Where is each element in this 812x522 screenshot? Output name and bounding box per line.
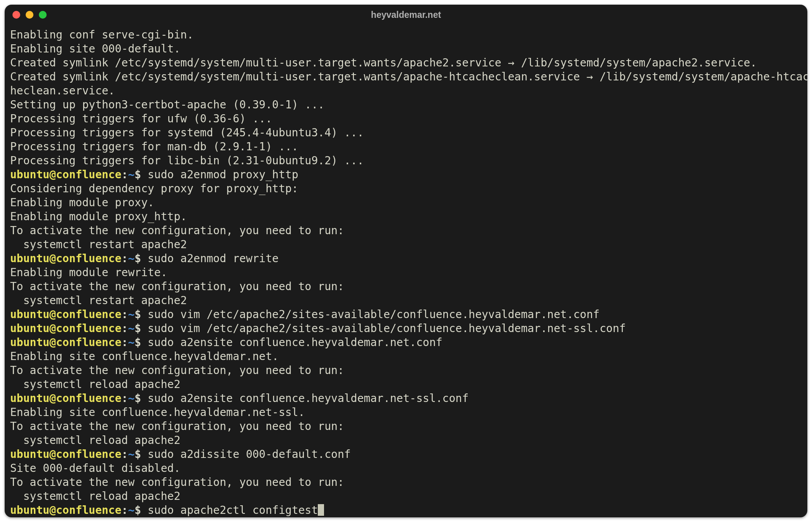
- prompt-path: ~: [128, 308, 134, 321]
- prompt-user-host: ubuntu@confluence: [10, 322, 122, 335]
- prompt-user-host: ubuntu@confluence: [10, 392, 122, 405]
- terminal-output-line: Setting up python3-certbot-apache (0.39.…: [10, 98, 802, 112]
- terminal-command-line: ubuntu@confluence:~$ sudo a2ensite confl…: [10, 336, 802, 350]
- prompt-separator: :: [122, 336, 128, 349]
- command-text: sudo a2ensite confluence.heyvaldemar.net…: [148, 336, 443, 349]
- window-title: heyvaldemar.net: [5, 10, 807, 20]
- prompt-separator: :: [122, 322, 128, 335]
- prompt-path: ~: [128, 252, 134, 265]
- prompt-user-host: ubuntu@confluence: [10, 168, 122, 181]
- prompt-user-host: ubuntu@confluence: [10, 336, 122, 349]
- terminal-output-line: systemctl reload apache2: [10, 378, 802, 392]
- terminal-output-line: To activate the new configuration, you n…: [10, 224, 802, 238]
- prompt-path: ~: [128, 448, 134, 461]
- terminal-output-line: systemctl reload apache2: [10, 489, 802, 503]
- terminal-output-line: To activate the new configuration, you n…: [10, 364, 802, 378]
- prompt-symbol: $: [134, 336, 148, 349]
- minimize-icon[interactable]: [26, 11, 33, 19]
- terminal-output-line: Created symlink /etc/systemd/system/mult…: [10, 70, 802, 84]
- prompt-symbol: $: [134, 252, 148, 265]
- prompt-path: ~: [128, 392, 134, 405]
- prompt-path: ~: [128, 336, 134, 349]
- terminal-output-line: Considering dependency proxy for proxy_h…: [10, 182, 802, 196]
- terminal-output-line: Processing triggers for man-db (2.9.1-1)…: [10, 140, 802, 154]
- prompt-path: ~: [128, 322, 134, 335]
- prompt-separator: :: [122, 308, 128, 321]
- terminal-command-line: ubuntu@confluence:~$ sudo a2ensite confl…: [10, 392, 802, 405]
- prompt-user-host: ubuntu@confluence: [10, 308, 122, 321]
- terminal-output-line: Enabling site confluence.heyvaldemar.net…: [10, 405, 802, 419]
- terminal-command-line: ubuntu@confluence:~$ sudo vim /etc/apach…: [10, 308, 802, 322]
- prompt-symbol: $: [134, 308, 148, 321]
- terminal-output-line: Processing triggers for ufw (0.36-6) ...: [10, 112, 802, 126]
- terminal-output-line: Enabling module proxy_http.: [10, 210, 802, 224]
- prompt-symbol: $: [134, 504, 148, 517]
- prompt-separator: :: [122, 252, 128, 265]
- terminal-output-line: Enabling conf serve-cgi-bin.: [10, 28, 802, 42]
- maximize-icon[interactable]: [39, 11, 47, 19]
- prompt-separator: :: [122, 504, 128, 517]
- terminal-command-line: ubuntu@confluence:~$ sudo apache2ctl con…: [10, 503, 802, 517]
- terminal-output-line: To activate the new configuration, you n…: [10, 280, 802, 294]
- prompt-user-host: ubuntu@confluence: [10, 504, 122, 517]
- terminal-output-line: To activate the new configuration, you n…: [10, 419, 802, 433]
- terminal-output-line: Enabling module rewrite.: [10, 266, 802, 280]
- traffic-lights: [12, 11, 47, 19]
- prompt-path: ~: [128, 168, 134, 181]
- terminal-command-line: ubuntu@confluence:~$ sudo a2enmod rewrit…: [10, 252, 802, 266]
- cursor-icon: [318, 504, 324, 516]
- prompt-path: ~: [128, 504, 134, 517]
- terminal-output-line: Enabling site confluence.heyvaldemar.net…: [10, 350, 802, 364]
- terminal-output-line: Site 000-default disabled.: [10, 461, 802, 475]
- command-text: sudo vim /etc/apache2/sites-available/co…: [148, 322, 626, 335]
- command-text: sudo vim /etc/apache2/sites-available/co…: [148, 308, 599, 321]
- terminal-output-line: Enabling module proxy.: [10, 196, 802, 210]
- terminal-output-line: heclean.service.: [10, 84, 802, 98]
- terminal-output-line: To activate the new configuration, you n…: [10, 475, 802, 489]
- title-bar: heyvaldemar.net: [5, 5, 807, 25]
- terminal-output-line: systemctl restart apache2: [10, 294, 802, 308]
- terminal-command-line: ubuntu@confluence:~$ sudo a2dissite 000-…: [10, 447, 802, 461]
- command-text: sudo apache2ctl configtest: [148, 504, 318, 517]
- prompt-symbol: $: [134, 322, 148, 335]
- command-text: sudo a2enmod proxy_http: [148, 168, 298, 181]
- terminal-command-line: ubuntu@confluence:~$ sudo a2enmod proxy_…: [10, 168, 802, 182]
- terminal-output-line: systemctl reload apache2: [10, 433, 802, 447]
- terminal-output-line: systemctl restart apache2: [10, 238, 802, 252]
- prompt-user-host: ubuntu@confluence: [10, 252, 122, 265]
- command-text: sudo a2enmod rewrite: [148, 252, 279, 265]
- prompt-separator: :: [122, 392, 128, 405]
- terminal-command-line: ubuntu@confluence:~$ sudo vim /etc/apach…: [10, 322, 802, 336]
- prompt-user-host: ubuntu@confluence: [10, 448, 122, 461]
- terminal-output[interactable]: Enabling conf serve-cgi-bin.Enabling sit…: [5, 25, 807, 517]
- prompt-symbol: $: [134, 448, 148, 461]
- terminal-output-line: Processing triggers for systemd (245.4-4…: [10, 126, 802, 140]
- prompt-symbol: $: [134, 168, 148, 181]
- terminal-output-line: Processing triggers for libc-bin (2.31-0…: [10, 154, 802, 168]
- prompt-separator: :: [122, 168, 128, 181]
- command-text: sudo a2ensite confluence.heyvaldemar.net…: [148, 392, 469, 405]
- terminal-output-line: Created symlink /etc/systemd/system/mult…: [10, 56, 802, 70]
- terminal-window: heyvaldemar.net Enabling conf serve-cgi-…: [5, 5, 807, 517]
- terminal-output-line: Enabling site 000-default.: [10, 42, 802, 56]
- close-icon[interactable]: [12, 11, 20, 19]
- prompt-symbol: $: [134, 392, 148, 405]
- prompt-separator: :: [122, 448, 128, 461]
- command-text: sudo a2dissite 000-default.conf: [148, 448, 351, 461]
